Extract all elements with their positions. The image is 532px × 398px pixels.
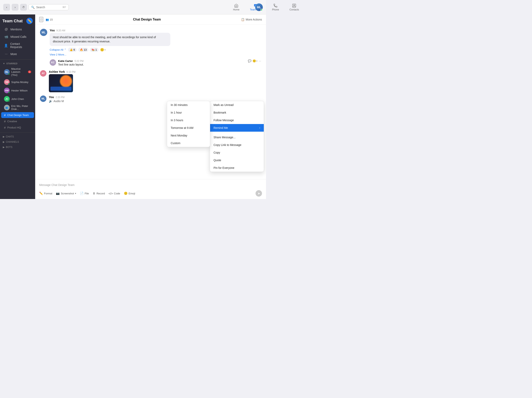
channel-creative[interactable]: # Creative	[1, 118, 34, 124]
context-remind[interactable]: Remind Me ›	[210, 124, 264, 132]
contact-requests-icon: 👤	[4, 44, 8, 47]
bots-section[interactable]: ▶ BOTS	[0, 145, 35, 150]
chats-section[interactable]: ▶ CHATS	[0, 134, 35, 139]
thread-reply-button[interactable]: 💬	[248, 59, 251, 63]
search-bar[interactable]: 🔍 Search ⌘F	[29, 4, 69, 10]
screenshot-icon: 📷	[56, 192, 60, 195]
remind-item-monday[interactable]: Next Monday	[167, 132, 210, 139]
thread-content-katie: Katie Carter 5:22 PM 💬 🙂+ ··· Text line …	[58, 59, 261, 66]
online-indicator	[260, 9, 263, 11]
message-bubble-1: Host should be able to record the meetin…	[50, 33, 170, 46]
message-content-1: You 9:20 AM Host should be able to recor…	[50, 29, 261, 56]
code-icon: </>	[108, 192, 113, 195]
sidebar-user-sophia[interactable]: SM Sophia Mosley	[1, 78, 34, 86]
channels-label: CHANNELS	[6, 140, 19, 143]
context-copy[interactable]: Copy	[210, 149, 264, 156]
channel-label-creative: Creative	[7, 120, 17, 123]
record-button[interactable]: 🎙 Record	[93, 192, 105, 195]
context-pin[interactable]: Pin for Everyone	[210, 164, 264, 172]
sidebar-item-mentions-label: Mentions	[10, 28, 22, 31]
view-more-button[interactable]: View 2 More...	[50, 53, 261, 56]
nav-left: ‹ › ⏱ 🔍 Search ⌘F	[3, 4, 133, 11]
remind-item-1hour[interactable]: In 1 hour	[167, 109, 210, 116]
sidebar-user-eric[interactable]: 👥 Eric Wu, Peter Drak...	[1, 103, 34, 112]
sidebar-user-maurice[interactable]: ML Maurice Lawson (You) 1	[1, 66, 34, 78]
back-button[interactable]: ‹	[3, 4, 10, 11]
reaction-thumbsup[interactable]: 👍 6	[68, 48, 77, 52]
ashlee-content	[49, 74, 261, 92]
code-label: Code	[114, 192, 120, 195]
sidebar-user-john[interactable]: JC John Chen	[1, 95, 34, 103]
thread-emoji-button[interactable]: 🙂+	[253, 59, 258, 63]
chats-chevron: ▶	[3, 135, 5, 138]
sidebar-item-more[interactable]: ··· More	[1, 51, 34, 57]
thread-actions: 💬 🙂+ ···	[248, 59, 261, 63]
emoji-label: Emoji	[129, 192, 135, 195]
media-blob	[60, 75, 72, 87]
starred-chevron: ▼	[3, 62, 5, 65]
context-menu-divider	[210, 133, 264, 133]
star-button[interactable]: ☆	[39, 17, 43, 22]
channel-label-product: Product HQ	[7, 126, 21, 129]
screenshot-button[interactable]: 📷 Screenshot ▾	[56, 192, 76, 195]
message-author-you-audio: You	[49, 95, 54, 99]
channels-section[interactable]: ▶ CHANNELS	[0, 139, 35, 145]
message-input-bar: Message Chat Design Team ✏️ Format 📷 Scr…	[35, 179, 266, 199]
sidebar-item-more-label: More	[10, 52, 17, 56]
context-share[interactable]: Share Message...	[210, 133, 264, 141]
send-button[interactable]: ➤	[256, 190, 262, 196]
collapse-all-button[interactable]: Collapse All ⌃	[50, 48, 66, 51]
media-inner	[49, 74, 73, 92]
members-button[interactable]: 👥 15	[46, 18, 53, 21]
sidebar-item-contact-requests[interactable]: 👤 Contact Requests	[1, 41, 34, 50]
reaction-watermelon[interactable]: 🍉 1	[90, 48, 99, 52]
sidebar-header: Team Chat ✏️	[0, 14, 35, 26]
user-avatar[interactable]: ML	[255, 3, 263, 11]
message-header-1: You 9:20 AM	[50, 29, 261, 32]
reaction-fire[interactable]: 🔥 13	[78, 48, 88, 52]
user-name-john: John Chen	[11, 97, 24, 101]
record-label: Record	[96, 192, 105, 195]
add-reaction-button[interactable]: 🙂+	[100, 48, 106, 52]
sidebar-user-hester[interactable]: HW Hester Wilson	[1, 86, 34, 95]
thread-author-katie: Katie Carter	[58, 59, 73, 63]
history-button[interactable]: ⏱	[20, 4, 27, 11]
emoji-button[interactable]: 🙂 Emoji	[124, 192, 135, 195]
remind-item-3hours[interactable]: In 3 hours	[167, 116, 210, 124]
context-copy-link[interactable]: Copy Link to Message	[210, 141, 264, 149]
file-button[interactable]: 📄 File	[80, 192, 89, 195]
search-placeholder: Search	[36, 6, 45, 9]
search-shortcut: ⌘F	[62, 6, 66, 9]
channel-chat-design-team[interactable]: # Chat Design Team	[1, 112, 34, 118]
sidebar-title: Team Chat	[2, 19, 23, 23]
main-layout: Team Chat ✏️ @ Mentions 📹 Missed Calls 👤…	[0, 14, 266, 199]
code-button[interactable]: </> Code	[108, 192, 120, 195]
remind-item-custom[interactable]: Custom	[167, 139, 210, 147]
thread-message-katie: KC Katie Carter 5:22 PM 💬 🙂+ ··· Text li…	[50, 59, 261, 66]
forward-button[interactable]: ›	[12, 4, 19, 11]
more-actions-button[interactable]: 📋 More Actions	[241, 18, 262, 21]
message-time-1: 9:20 AM	[56, 29, 65, 32]
sidebar-item-missed-calls[interactable]: 📹 Missed Calls	[1, 33, 34, 40]
message-input[interactable]: Message Chat Design Team	[39, 182, 262, 188]
new-chat-button[interactable]: ✏️	[26, 18, 33, 24]
context-quote[interactable]: Quote	[210, 156, 264, 164]
remind-item-tomorrow[interactable]: Tomorrow at 9 AM	[167, 124, 210, 132]
channels-chevron: ▶	[3, 140, 5, 143]
nav-home[interactable]: Home	[231, 2, 241, 12]
online-dot-john	[8, 100, 10, 102]
user-name-maurice: Maurice Lawson (You)	[11, 67, 26, 76]
format-button[interactable]: ✏️ Format	[39, 192, 52, 195]
context-bookmark[interactable]: Bookmark	[210, 109, 264, 116]
context-follow[interactable]: Follow Message	[210, 116, 264, 124]
thread-more-button[interactable]: ···	[259, 59, 261, 63]
members-count: 15	[50, 18, 53, 21]
user-avatar-john: JC	[4, 96, 10, 102]
record-icon: 🎙	[93, 192, 95, 195]
sidebar-item-mentions[interactable]: @ Mentions	[1, 26, 34, 33]
channel-product-hq[interactable]: # Product HQ	[1, 125, 34, 130]
context-mark-unread[interactable]: Mark as Unread	[210, 101, 264, 109]
message-author-ashlee: Ashlee York	[49, 70, 65, 73]
remind-chevron-icon: ›	[259, 126, 260, 129]
remind-item-30min[interactable]: In 30 minutes	[167, 101, 210, 109]
